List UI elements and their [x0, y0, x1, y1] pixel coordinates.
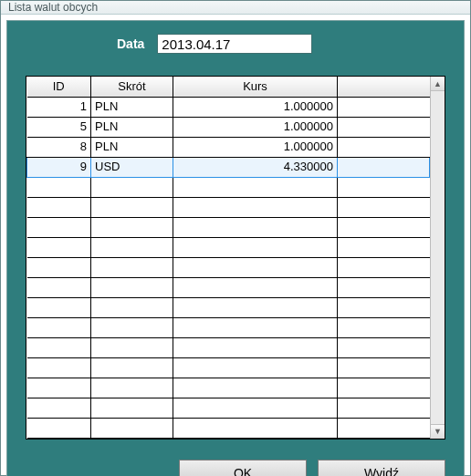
table-row[interactable]	[27, 418, 430, 438]
header-code[interactable]: Skrót	[91, 77, 173, 97]
cell-empty[interactable]	[338, 177, 430, 197]
table-row[interactable]	[27, 357, 430, 378]
cell-id[interactable]	[27, 398, 91, 418]
table-row[interactable]: 9USD4.330000	[27, 157, 430, 177]
cell-code[interactable]	[91, 337, 173, 357]
cell-code[interactable]: PLN	[91, 117, 173, 137]
cell-empty[interactable]	[338, 217, 430, 237]
header-id[interactable]: ID	[27, 77, 91, 97]
cell-empty[interactable]	[338, 137, 430, 157]
cell-id[interactable]	[27, 237, 91, 257]
cell-id[interactable]: 9	[27, 157, 91, 177]
cell-rate[interactable]	[173, 257, 338, 277]
grid-table[interactable]: ID Skrót Kurs 1PLN1.0000005PLN1.0000008P…	[26, 77, 430, 439]
currency-grid[interactable]: ID Skrót Kurs 1PLN1.0000005PLN1.0000008P…	[26, 76, 445, 440]
cell-code[interactable]: USD	[91, 157, 173, 177]
table-row[interactable]	[27, 398, 430, 418]
cell-rate[interactable]	[173, 237, 338, 257]
table-row[interactable]	[27, 217, 430, 237]
cell-empty[interactable]	[338, 398, 430, 418]
cell-id[interactable]	[27, 177, 91, 197]
table-row[interactable]	[27, 177, 430, 197]
cell-code[interactable]	[91, 378, 173, 398]
cell-code[interactable]	[91, 237, 173, 257]
cell-code[interactable]: PLN	[91, 137, 173, 157]
vertical-scrollbar[interactable]: ▲ ▼	[430, 77, 445, 439]
cell-rate[interactable]	[173, 337, 338, 357]
cell-rate[interactable]	[173, 418, 338, 438]
scroll-up-icon[interactable]: ▲	[431, 77, 445, 91]
header-rate[interactable]: Kurs	[173, 77, 338, 97]
cell-id[interactable]	[27, 317, 91, 337]
cell-code[interactable]	[91, 257, 173, 277]
cell-id[interactable]	[27, 197, 91, 217]
table-row[interactable]	[27, 197, 430, 217]
cell-code[interactable]	[91, 418, 173, 438]
cell-rate[interactable]	[173, 297, 338, 317]
cell-empty[interactable]	[338, 157, 430, 177]
cell-empty[interactable]	[338, 337, 430, 357]
cell-code[interactable]	[91, 277, 173, 297]
table-row[interactable]: 1PLN1.000000	[27, 97, 430, 117]
cell-empty[interactable]	[338, 117, 430, 137]
cell-code[interactable]	[91, 317, 173, 337]
cell-empty[interactable]	[338, 237, 430, 257]
cell-code[interactable]	[91, 398, 173, 418]
cell-id[interactable]	[27, 418, 91, 438]
table-row[interactable]: 8PLN1.000000	[27, 137, 430, 157]
cell-id[interactable]	[27, 378, 91, 398]
cell-rate[interactable]	[173, 317, 338, 337]
cell-rate[interactable]	[173, 197, 338, 217]
cell-id[interactable]	[27, 297, 91, 317]
titlebar[interactable]: Lista walut obcych	[1, 1, 470, 15]
cell-empty[interactable]	[338, 257, 430, 277]
cell-empty[interactable]	[338, 97, 430, 117]
cell-code[interactable]	[91, 197, 173, 217]
cell-code[interactable]	[91, 177, 173, 197]
button-row: OK Wyjdź	[7, 449, 464, 477]
cell-rate[interactable]: 1.000000	[173, 97, 338, 117]
cell-rate[interactable]	[173, 357, 338, 378]
cell-id[interactable]: 5	[27, 117, 91, 137]
table-row[interactable]	[27, 378, 430, 398]
table-row[interactable]	[27, 277, 430, 297]
cell-rate[interactable]	[173, 217, 338, 237]
exit-button[interactable]: Wyjdź	[318, 460, 445, 477]
cell-rate[interactable]: 1.000000	[173, 117, 338, 137]
table-row[interactable]	[27, 317, 430, 337]
cell-empty[interactable]	[338, 317, 430, 337]
cell-rate[interactable]: 1.000000	[173, 137, 338, 157]
cell-empty[interactable]	[338, 297, 430, 317]
date-label: Data	[117, 36, 144, 51]
cell-id[interactable]: 1	[27, 97, 91, 117]
date-input[interactable]	[157, 34, 312, 54]
cell-id[interactable]	[27, 337, 91, 357]
table-row[interactable]	[27, 337, 430, 357]
table-row[interactable]	[27, 297, 430, 317]
cell-rate[interactable]	[173, 277, 338, 297]
cell-code[interactable]	[91, 217, 173, 237]
cell-rate[interactable]	[173, 378, 338, 398]
cell-rate[interactable]: 4.330000	[173, 157, 338, 177]
cell-code[interactable]: PLN	[91, 97, 173, 117]
cell-empty[interactable]	[338, 357, 430, 378]
table-row[interactable]: 5PLN1.000000	[27, 117, 430, 137]
cell-id[interactable]	[27, 357, 91, 378]
cell-id[interactable]	[27, 257, 91, 277]
date-row: Data	[7, 21, 464, 67]
cell-id[interactable]: 8	[27, 137, 91, 157]
cell-empty[interactable]	[338, 418, 430, 438]
cell-code[interactable]	[91, 297, 173, 317]
scroll-down-icon[interactable]: ▼	[431, 424, 445, 439]
ok-button[interactable]: OK	[179, 460, 307, 477]
cell-id[interactable]	[27, 217, 91, 237]
cell-empty[interactable]	[338, 277, 430, 297]
table-row[interactable]	[27, 257, 430, 277]
table-row[interactable]	[27, 237, 430, 257]
cell-code[interactable]	[91, 357, 173, 378]
cell-rate[interactable]	[173, 177, 338, 197]
cell-empty[interactable]	[338, 378, 430, 398]
cell-empty[interactable]	[338, 197, 430, 217]
cell-rate[interactable]	[173, 398, 338, 418]
cell-id[interactable]	[27, 277, 91, 297]
